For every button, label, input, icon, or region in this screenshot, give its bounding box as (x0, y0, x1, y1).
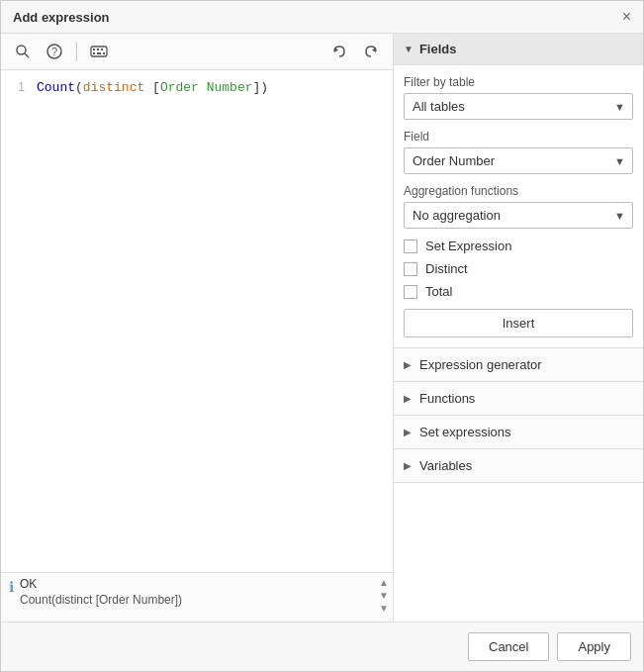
distinct-label: Distinct (425, 261, 468, 276)
editor-status: ℹ OK Count(distinct [Order Number]) ▲ ▼ … (1, 572, 393, 622)
status-text-block: OK Count(distinct [Order Number]) (20, 577, 182, 607)
code-func: Count (37, 80, 75, 95)
filter-by-table-select[interactable]: All tables (404, 93, 633, 120)
variables-arrow: ▶ (404, 460, 412, 471)
fields-content: Filter by table All tables ▼ Field Order… (394, 65, 643, 348)
aggregation-label: Aggregation functions (404, 184, 633, 198)
expression-generator-section: ▶ Expression generator (394, 348, 643, 382)
svg-marker-12 (372, 48, 376, 52)
help-icon[interactable]: ? (43, 40, 66, 63)
status-scroll: ▲ ▼ ▼ (379, 577, 389, 614)
set-expression-checkbox-row[interactable]: Set Expression (404, 239, 633, 253)
expression-generator-label: Expression generator (419, 357, 542, 372)
set-expressions-section: ▶ Set expressions (394, 416, 643, 449)
fields-arrow: ▼ (404, 44, 414, 54)
close-button[interactable]: × (622, 9, 631, 25)
scroll-down-arrow[interactable]: ▼ (379, 603, 389, 614)
field-select[interactable]: Order Number (404, 147, 633, 174)
insert-button[interactable]: Insert (404, 309, 633, 337)
filter-by-table-group: Filter by table All tables ▼ (404, 75, 633, 120)
filter-by-table-label: Filter by table (404, 75, 633, 89)
search-icon[interactable] (11, 40, 35, 63)
redo-icon[interactable] (359, 40, 383, 63)
variables-section: ▶ Variables (394, 449, 643, 483)
functions-header[interactable]: ▶ Functions (394, 382, 643, 415)
status-expression: Count(distinct [Order Number]) (20, 593, 182, 607)
svg-line-1 (25, 53, 29, 57)
checkboxes-section: Set Expression Distinct Total (404, 239, 633, 299)
set-expressions-arrow: ▶ (404, 427, 412, 437)
right-panel: ▼ Fields Filter by table All tables ▼ Fi… (394, 34, 643, 622)
fields-section-header[interactable]: ▼ Fields (394, 34, 643, 65)
functions-section: ▶ Functions (394, 382, 643, 416)
distinct-checkbox-row[interactable]: Distinct (404, 261, 633, 276)
set-expression-label: Set Expression (425, 239, 511, 253)
variables-label: Variables (419, 458, 472, 473)
svg-rect-7 (101, 48, 103, 50)
aggregation-select[interactable]: No aggregation (404, 202, 633, 229)
field-label: Field (404, 130, 633, 144)
total-label: Total (425, 284, 452, 299)
svg-text:?: ? (51, 46, 57, 57)
variables-header[interactable]: ▶ Variables (394, 449, 643, 482)
set-expression-checkbox[interactable] (404, 240, 417, 253)
svg-rect-4 (91, 47, 107, 56)
undo-icon[interactable] (327, 40, 351, 63)
editor-panel: ? (1, 34, 394, 622)
editor-line: 1 Count(distinct [Order Number]) (9, 78, 385, 99)
aggregation-group: Aggregation functions No aggregation ▼ (404, 184, 633, 229)
dialog-header: Add expression × (1, 1, 643, 34)
field-group: Field Order Number ▼ (404, 130, 633, 174)
apply-button[interactable]: Apply (557, 632, 631, 661)
field-select-wrapper: Order Number ▼ (404, 147, 633, 174)
code-field: Order Number (160, 80, 253, 95)
add-expression-dialog: Add expression × ? (0, 0, 644, 672)
expression-generator-arrow: ▶ (404, 359, 412, 370)
svg-point-0 (17, 46, 26, 54)
dialog-body: ? (1, 34, 643, 622)
keyboard-icon[interactable] (87, 40, 111, 63)
filter-by-table-wrapper: All tables ▼ (404, 93, 633, 120)
svg-rect-6 (97, 48, 99, 50)
line-number: 1 (9, 78, 25, 99)
scroll-up-arrow[interactable]: ▲ (379, 577, 389, 588)
set-expressions-header[interactable]: ▶ Set expressions (394, 416, 643, 448)
toolbar-separator (76, 42, 77, 61)
svg-rect-5 (93, 48, 95, 50)
functions-arrow: ▶ (404, 393, 412, 404)
dialog-footer: Cancel Apply (1, 622, 643, 671)
dialog-title: Add expression (13, 10, 110, 25)
editor-content[interactable]: 1 Count(distinct [Order Number]) (1, 70, 393, 572)
total-checkbox-row[interactable]: Total (404, 284, 633, 299)
expression-generator-header[interactable]: ▶ Expression generator (394, 348, 643, 381)
svg-rect-9 (97, 52, 101, 54)
aggregation-wrapper: No aggregation ▼ (404, 202, 633, 229)
distinct-checkbox[interactable] (404, 262, 417, 276)
functions-label: Functions (419, 391, 475, 406)
svg-rect-8 (93, 52, 95, 54)
fields-label: Fields (419, 42, 457, 56)
scroll-down-left[interactable]: ▼ (379, 590, 389, 601)
svg-marker-11 (334, 48, 338, 52)
total-checkbox[interactable] (404, 285, 417, 299)
status-ok: OK (20, 577, 182, 591)
set-expressions-label: Set expressions (419, 425, 511, 439)
code-expression: Count(distinct [Order Number]) (37, 78, 268, 99)
svg-rect-10 (103, 52, 105, 54)
code-keyword: distinct (83, 80, 144, 95)
status-info-icon: ℹ (9, 579, 14, 595)
editor-toolbar: ? (1, 34, 393, 70)
cancel-button[interactable]: Cancel (468, 632, 549, 661)
